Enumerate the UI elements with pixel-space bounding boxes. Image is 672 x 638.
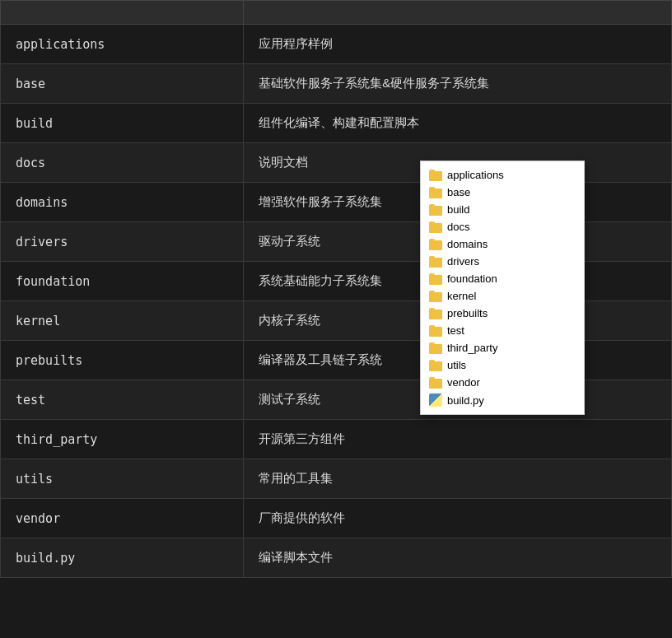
folder-icon xyxy=(429,204,442,216)
popup-file-label: build.py xyxy=(447,394,484,407)
row-name: applications xyxy=(1,25,244,64)
row-name: kernel xyxy=(1,301,244,341)
popup-folder-item[interactable]: base xyxy=(421,184,584,201)
folder-icon xyxy=(429,170,442,181)
popup-folder-label: vendor xyxy=(447,376,480,389)
popup-folder-item[interactable]: build xyxy=(421,201,584,218)
folder-icon xyxy=(429,256,442,268)
row-name: utils xyxy=(1,459,244,499)
folder-icon xyxy=(429,360,442,371)
row-name: build xyxy=(1,104,244,143)
popup-folder-label: drivers xyxy=(447,255,479,268)
row-name: docs xyxy=(1,143,244,183)
folder-icon xyxy=(429,342,442,354)
popup-folder-item[interactable]: prebuilts xyxy=(421,305,584,322)
row-name: base xyxy=(1,64,244,104)
popup-folder-item[interactable]: domains xyxy=(421,235,584,253)
popup-folder-item[interactable]: utils xyxy=(421,356,584,374)
row-description: 组件化编译、构建和配置脚本 xyxy=(244,104,672,143)
popup-folder-label: applications xyxy=(447,169,504,181)
row-name: foundation xyxy=(1,262,244,301)
popup-file-item[interactable]: build.py xyxy=(421,391,584,409)
popup-folder-item[interactable]: foundation xyxy=(421,270,584,287)
popup-folder-item[interactable]: docs xyxy=(421,218,584,235)
table-row[interactable]: third_party开源第三方组件 xyxy=(1,420,672,459)
popup-folder-label: prebuilts xyxy=(447,307,488,319)
row-name: drivers xyxy=(1,222,244,262)
popup-folder-label: domains xyxy=(447,238,488,250)
folder-icon xyxy=(429,308,442,319)
row-name: vendor xyxy=(1,499,244,538)
popup-folder-label: test xyxy=(447,324,464,337)
popup-folder-label: docs xyxy=(447,221,469,233)
row-description: 基础软件服务子系统集&硬件服务子系统集 xyxy=(244,64,672,104)
popup-folder-label: base xyxy=(447,186,470,198)
row-description: 常用的工具集 xyxy=(244,459,672,499)
row-description: 厂商提供的软件 xyxy=(244,499,672,538)
table-row[interactable]: build组件化编译、构建和配置脚本 xyxy=(1,104,672,143)
popup-folder-item[interactable]: vendor xyxy=(421,374,584,391)
row-name: third_party xyxy=(1,420,244,459)
col-header-name xyxy=(1,1,244,25)
folder-icon xyxy=(429,325,442,337)
row-description: 应用程序样例 xyxy=(244,25,672,64)
popup-folder-label: kernel xyxy=(447,290,476,302)
row-description: 开源第三方组件 xyxy=(244,420,672,459)
table-row[interactable]: build.py编译脚本文件 xyxy=(1,538,672,578)
python-file-icon xyxy=(429,394,442,407)
popup-folder-item[interactable]: third_party xyxy=(421,339,584,356)
popup-folder-label: third_party xyxy=(447,342,497,354)
table-row[interactable]: vendor厂商提供的软件 xyxy=(1,499,672,538)
folder-icon xyxy=(429,239,442,250)
row-name: prebuilts xyxy=(1,341,244,380)
popup-folder-label: utils xyxy=(447,359,466,371)
table-row[interactable]: utils常用的工具集 xyxy=(1,459,672,499)
folder-icon xyxy=(429,291,442,302)
popup-folder-item[interactable]: drivers xyxy=(421,253,584,270)
row-name: domains xyxy=(1,183,244,222)
folder-icon xyxy=(429,377,442,389)
row-name: build.py xyxy=(1,538,244,578)
row-description: 编译脚本文件 xyxy=(244,538,672,578)
folder-popup: applicationsbasebuilddocsdomainsdriversf… xyxy=(420,161,585,415)
popup-folder-item[interactable]: applications xyxy=(421,166,584,184)
table-row[interactable]: base基础软件服务子系统集&硬件服务子系统集 xyxy=(1,64,672,104)
popup-folder-label: foundation xyxy=(447,272,497,285)
popup-folder-label: build xyxy=(447,203,469,216)
folder-icon xyxy=(429,221,442,233)
table-row[interactable]: applications应用程序样例 xyxy=(1,25,672,64)
popup-folder-item[interactable]: test xyxy=(421,322,584,339)
popup-folder-item[interactable]: kernel xyxy=(421,287,584,305)
row-name: test xyxy=(1,380,244,420)
folder-icon xyxy=(429,187,442,198)
col-header-desc xyxy=(244,1,672,25)
folder-icon xyxy=(429,273,442,285)
